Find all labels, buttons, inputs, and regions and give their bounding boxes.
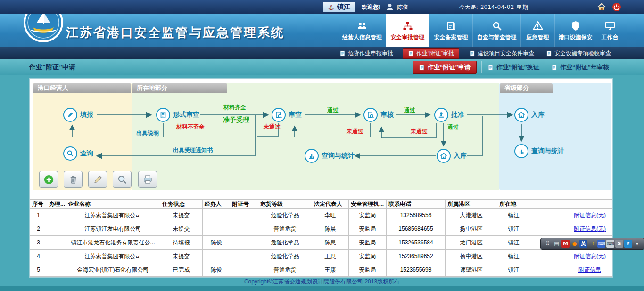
tool-icon[interactable]: S xyxy=(615,240,623,248)
cell: 15236589652 xyxy=(387,250,446,263)
nav-tab-label: 自查与督查管理 xyxy=(477,33,517,41)
nav-tab-label: 安全审批管理 xyxy=(391,33,425,41)
application-window: ⚓ 镇江 欢迎您! 陈俊 今天是: 2014-04-02 星期三 江苏省港口安全… xyxy=(0,0,644,291)
flow-node-label: 入库 xyxy=(454,152,467,160)
magnifier-icon xyxy=(63,146,77,161)
house-icon xyxy=(437,149,451,163)
cell: 未提交 xyxy=(160,222,203,236)
col-header-0: 序号 xyxy=(30,200,47,209)
cell: 未提交 xyxy=(160,209,203,222)
cell: 镇江 xyxy=(497,236,530,250)
subnav-item-label: 危货作业申报审批 xyxy=(348,49,393,57)
cell: 江苏索普集团有限公司 xyxy=(66,209,160,222)
flow-node-label: 填报 xyxy=(80,111,93,119)
nav-tab-4[interactable]: 应急管理 xyxy=(520,14,554,47)
language-bar[interactable]: ⠿▤M●英☽⌨⌨S?▾ xyxy=(540,238,644,250)
nav-tab-0[interactable]: 经营人信息管理 xyxy=(339,14,386,47)
today-label: 今天是: xyxy=(459,3,478,11)
cell: 安监局 xyxy=(349,263,387,277)
document-icon xyxy=(487,65,494,71)
band-tabs: 作业“附证”申请作业“附证”换证作业“附证”年审核 xyxy=(413,61,615,74)
home-icon[interactable] xyxy=(597,2,606,12)
nav-tab-label: 港口设施保安 xyxy=(559,33,593,41)
grid-icon[interactable]: ▤ xyxy=(553,240,561,248)
nav-tab-2[interactable]: 安全备案管理 xyxy=(429,14,472,47)
pencil-icon xyxy=(63,108,77,122)
subnav-item-0[interactable]: 危货作业申报审批 xyxy=(334,48,399,59)
table-row: 3镇江市港龙石化港务有限责任公...待填报陈俊危险化学品陈思安监局1532653… xyxy=(30,236,613,250)
cert-info-link[interactable]: 附证信息 xyxy=(578,267,601,273)
docsearch-icon xyxy=(272,108,286,122)
search-button[interactable] xyxy=(113,171,132,188)
subnav-item-1[interactable]: 作业“附证”审批 xyxy=(403,48,459,59)
subnav-item-3[interactable]: 安全设施专项验收审查 xyxy=(540,48,617,59)
nav-tab-label: 经营人信息管理 xyxy=(342,33,382,41)
drag-handle-icon[interactable]: ⠿ xyxy=(544,240,552,248)
band-tab-0[interactable]: 作业“附证”申请 xyxy=(413,61,477,74)
cell xyxy=(47,263,66,277)
band-tab-label: 作业“附证”申请 xyxy=(428,63,471,72)
keyboard-icon[interactable]: ⌨ xyxy=(606,240,614,248)
cell: 安监局 xyxy=(349,236,387,250)
cell: 镇江市港龙石化港务有限责任公... xyxy=(66,236,160,250)
cert-info-link[interactable]: 附证信息(无) xyxy=(574,212,606,218)
help-icon[interactable]: ? xyxy=(624,240,632,248)
document-icon xyxy=(546,50,552,57)
cell xyxy=(530,263,563,277)
main-panel: 港口经营人所在地部分省级部分填报查询形式审查审查审核批准查询与统计入库入库查询与… xyxy=(29,78,613,278)
flow-node-chaxun: 查询 xyxy=(63,146,93,161)
cell xyxy=(230,250,258,263)
col-header-4: 经办人 xyxy=(203,200,230,209)
footer: Copyright©江苏省交通规划设计院股份有限公司 2013版权所有 xyxy=(0,278,644,286)
cell xyxy=(530,209,563,222)
cell: 附证信息 xyxy=(563,263,613,277)
archive-icon xyxy=(446,20,457,32)
cell xyxy=(230,263,258,277)
add-button[interactable] xyxy=(39,171,58,188)
flow-section-title-0: 港口经营人 xyxy=(33,83,131,93)
band-tab-2[interactable]: 作业“附证”年审核 xyxy=(545,61,615,73)
edit-button[interactable] xyxy=(88,171,107,188)
print-button[interactable] xyxy=(138,171,157,188)
stamp-icon xyxy=(434,108,448,122)
document-icon xyxy=(419,65,425,71)
power-icon[interactable] xyxy=(612,2,621,12)
nav-tab-5[interactable]: 港口设施保安 xyxy=(554,14,596,47)
subnav-item-2[interactable]: 建设项目安全条件审查 xyxy=(463,48,540,59)
document-icon xyxy=(551,65,557,71)
cert-info-link[interactable]: 附证信息(无) xyxy=(574,226,606,232)
edge-label: 材料齐全 xyxy=(223,104,246,112)
cell: 附证信息(无) xyxy=(563,250,613,263)
nav-tab-6[interactable]: 工作台 xyxy=(596,14,623,47)
cell: 15685684655 xyxy=(387,222,446,236)
ime-lang-icon[interactable]: 英 xyxy=(579,240,587,248)
keyboard-blue-icon[interactable]: ⌨ xyxy=(597,240,605,248)
cell: 5 xyxy=(30,263,47,277)
cell: 危险化学品 xyxy=(258,250,312,263)
collapse-icon[interactable]: ▾ xyxy=(633,240,641,248)
cell: 镇江 xyxy=(497,222,530,236)
ime-m-icon[interactable]: M xyxy=(561,240,570,248)
cell: 危险化学品 xyxy=(258,209,312,222)
monitor-icon xyxy=(604,20,616,32)
col-header-1: 办理... xyxy=(47,200,66,209)
ime-ball-icon[interactable]: ● xyxy=(570,240,578,248)
cell: 安监局 xyxy=(349,209,387,222)
cell: 陈思 xyxy=(312,236,349,250)
cell: 1 xyxy=(30,209,47,222)
cell: 龙门港区 xyxy=(446,236,497,250)
delete-button[interactable] xyxy=(64,171,83,188)
table-row: 5金海宏业(镇江)石化有限公司已完成陈俊普通危货王康安监局1523655698谏… xyxy=(30,263,613,277)
band-tab-1[interactable]: 作业“附证”换证 xyxy=(481,61,545,73)
cert-info-link[interactable]: 附证信息(无) xyxy=(574,253,606,259)
cell: 已完成 xyxy=(160,263,203,277)
ime-moon-icon[interactable]: ☽ xyxy=(588,240,596,248)
cell xyxy=(530,250,563,263)
cell: 金海宏业(镇江)石化有限公司 xyxy=(66,263,160,277)
nav-tab-1[interactable]: 安全审批管理 xyxy=(386,14,429,47)
cell: 4 xyxy=(30,250,47,263)
people-icon xyxy=(356,20,368,32)
nav-tab-3[interactable]: 自查与督查管理 xyxy=(472,14,520,47)
cell: 江苏镇江发电有限公司 xyxy=(66,222,160,236)
house-icon xyxy=(514,108,528,122)
